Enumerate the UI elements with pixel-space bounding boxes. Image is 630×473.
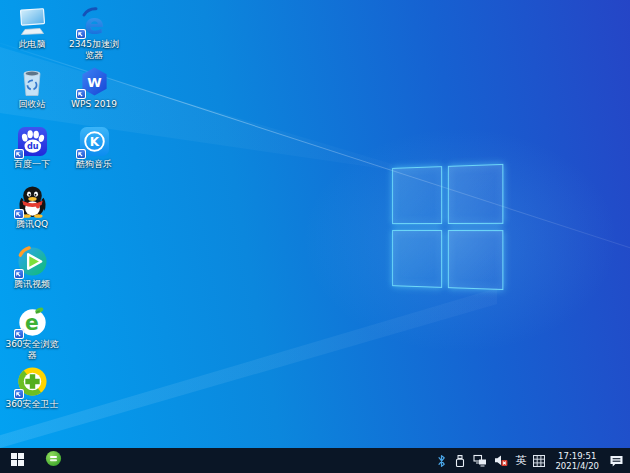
desktop-icon-label: 360安全卫士 [5, 399, 58, 410]
svg-text:K: K [89, 135, 99, 149]
desktop-icon-kugou[interactable]: K 酷狗音乐 [63, 122, 125, 182]
usb-device-icon[interactable] [454, 454, 466, 468]
tencent-video-icon [16, 245, 49, 278]
360-safe-icon [16, 365, 49, 398]
svg-text:e: e [25, 311, 39, 335]
desktop-icon-label: 此电脑 [19, 39, 46, 50]
360-browser-icon: e [16, 305, 49, 338]
network-icon[interactable] [473, 454, 487, 467]
taskbar-pinned-360-browser[interactable] [40, 448, 66, 473]
wps-icon: W [78, 65, 111, 98]
desktop-icon-360-browser[interactable]: e 360安全浏览器 [1, 302, 63, 362]
shortcut-arrow-icon [14, 269, 24, 279]
clock-date: 2021/4/20 [555, 461, 599, 471]
windows-start-icon [11, 451, 24, 470]
start-button[interactable] [0, 448, 34, 473]
desktop-icon-label: 360安全浏览器 [3, 339, 61, 361]
360-browser-taskbar-icon [45, 450, 62, 471]
svg-text:du: du [26, 141, 38, 151]
svg-text:e: e [84, 7, 104, 38]
desktop-icon-wps[interactable]: W WPS 2019 [63, 62, 125, 122]
desktop-icon-tencent-video[interactable]: 腾讯视频 [1, 242, 63, 302]
desktop-icon-label: 腾讯视频 [14, 279, 50, 290]
shortcut-arrow-icon [76, 149, 86, 159]
shortcut-arrow-icon [14, 149, 24, 159]
desktop-icon-baidu[interactable]: du 百度一下 [1, 122, 63, 182]
volume-muted-icon[interactable] [494, 454, 508, 467]
recycle-bin-icon [16, 65, 49, 98]
kugou-icon: K [78, 125, 111, 158]
desktop-icon-qq[interactable]: 腾讯QQ [1, 182, 63, 242]
shortcut-arrow-icon [14, 389, 24, 399]
windows-logo-pane [448, 164, 503, 224]
action-center-icon[interactable] [609, 454, 624, 468]
shortcut-arrow-icon [14, 209, 24, 219]
desktop-icon-label: 2345加速浏览器 [65, 39, 123, 61]
windows-logo-pane [448, 230, 503, 290]
desktop-icon-label: WPS 2019 [71, 99, 117, 110]
windows-logo-pane [392, 230, 442, 288]
ime-language-indicator[interactable]: 英 [515, 448, 526, 473]
bluetooth-icon[interactable] [436, 454, 447, 468]
2345-browser-icon: e [78, 5, 111, 38]
desktop-icon-recycle-bin[interactable]: 回收站 [1, 62, 63, 122]
shortcut-arrow-icon [14, 329, 24, 339]
taskbar: 英 17:19:51 2021/4/20 [0, 448, 630, 473]
qq-icon [16, 185, 49, 218]
ime-grid-icon[interactable] [533, 455, 545, 467]
desktop-icon-grid: 此电脑 回收站 du [1, 2, 125, 422]
svg-text:W: W [87, 75, 101, 90]
shortcut-arrow-icon [76, 89, 86, 99]
desktop-icon-label: 酷狗音乐 [76, 159, 112, 170]
desktop-icon-label: 百度一下 [14, 159, 50, 170]
windows-logo [392, 164, 501, 292]
taskbar-clock[interactable]: 17:19:51 2021/4/20 [552, 451, 602, 471]
desktop-icon-label: 回收站 [19, 99, 46, 110]
desktop-icon-this-pc[interactable]: 此电脑 [1, 2, 63, 62]
this-pc-icon [16, 5, 49, 38]
desktop-icon-360-safe[interactable]: 360安全卫士 [1, 362, 63, 422]
system-tray: 英 17:19:51 2021/4/20 [436, 448, 630, 473]
desktop-icon-2345-browser[interactable]: e 2345加速浏览器 [63, 2, 125, 62]
windows-logo-pane [392, 166, 442, 224]
shortcut-arrow-icon [76, 29, 86, 39]
desktop-icon-label: 腾讯QQ [16, 219, 48, 230]
baidu-icon: du [16, 125, 49, 158]
clock-time: 17:19:51 [558, 451, 596, 461]
